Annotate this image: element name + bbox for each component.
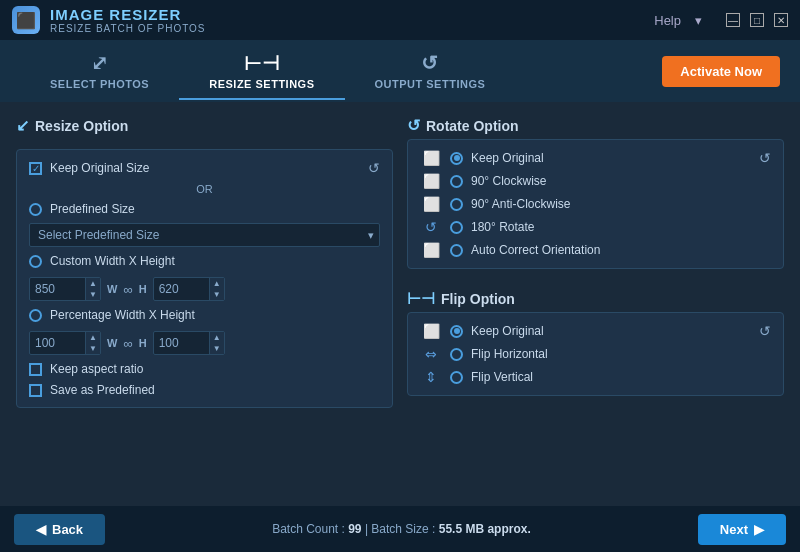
tab-select-label: SELECT PHOTOS (50, 78, 149, 90)
flip-keep-original-row: ⬜ Keep Original (420, 323, 544, 339)
predefined-size-row: Predefined Size (29, 202, 380, 216)
app-subtitle: RESIZE BATCH OF PHOTOS (50, 23, 206, 34)
rotate-acw90-label: 90° Anti-Clockwise (471, 197, 571, 211)
flip-keep-original-header: ⬜ Keep Original ↺ (420, 323, 771, 339)
keep-original-checkbox[interactable]: ✓ (29, 162, 42, 175)
tab-resize-settings[interactable]: ⊢⊣ RESIZE SETTINGS (179, 43, 344, 100)
restore-button[interactable]: □ (750, 13, 764, 27)
tab-resize-label: RESIZE SETTINGS (209, 78, 314, 90)
flip-option-label: Flip Option (441, 291, 515, 307)
reset-flip-button[interactable]: ↺ (759, 323, 771, 339)
custom-height-down[interactable]: ▼ (210, 289, 224, 300)
flip-vert-label: Flip Vertical (471, 370, 533, 384)
rotate-180-row: ↺ 180° Rotate (420, 219, 771, 235)
flip-keep-radio[interactable] (450, 325, 463, 338)
pct-height-down[interactable]: ▼ (210, 343, 224, 354)
pct-w-label: W (107, 337, 117, 349)
rotate-auto-row: ⬜ Auto Correct Orientation (420, 242, 771, 258)
next-label: Next (720, 522, 748, 537)
pct-width-up[interactable]: ▲ (86, 332, 100, 343)
tab-select-photos[interactable]: ⤢ SELECT PHOTOS (20, 43, 179, 100)
save-as-predefined-label: Save as Predefined (50, 383, 155, 397)
rotate-option-icon: ↺ (407, 116, 420, 135)
rotate-cw90-label: 90° Clockwise (471, 174, 547, 188)
rotate-keep-original-row: ⬜ Keep Original (420, 150, 544, 166)
keep-original-size-row: ✓ Keep Original Size (29, 161, 149, 175)
pct-dimensions-row: ▲ ▼ W ∞ H ▲ ▼ (29, 331, 380, 355)
pct-infinity-icon: ∞ (123, 336, 132, 351)
rotate-auto-radio[interactable] (450, 244, 463, 257)
rotate-180-radio[interactable] (450, 221, 463, 234)
rotate-cw90-icon: ⬜ (420, 173, 442, 189)
flip-option-icon: ⊢⊣ (407, 289, 435, 308)
rotate-keep-label: Keep Original (471, 151, 544, 165)
flip-option-title: ⊢⊣ Flip Option (407, 289, 784, 308)
help-label[interactable]: Help (654, 13, 681, 28)
rotate-cw90-row: ⬜ 90° Clockwise (420, 173, 771, 189)
activate-now-button[interactable]: Activate Now (662, 56, 780, 87)
reset-resize-button[interactable]: ↺ (368, 160, 380, 176)
pct-height-input[interactable] (154, 333, 209, 353)
flip-vert-row: ⇕ Flip Vertical (420, 369, 771, 385)
save-as-predefined-row: Save as Predefined (29, 383, 380, 397)
rotate-acw90-radio[interactable] (450, 198, 463, 211)
custom-width-input[interactable] (30, 279, 85, 299)
custom-size-radio[interactable] (29, 255, 42, 268)
flip-option-section: ⊢⊣ Flip Option ⬜ Keep Original ↺ ⇔ Flip … (407, 289, 784, 396)
pct-width-down[interactable]: ▼ (86, 343, 100, 354)
percentage-size-row: Percentage Width X Height (29, 308, 380, 322)
resize-option-label: Resize Option (35, 118, 128, 134)
percentage-size-radio[interactable] (29, 309, 42, 322)
pct-height-up[interactable]: ▲ (210, 332, 224, 343)
resize-option-icon: ↙ (16, 116, 29, 135)
pct-h-label: H (139, 337, 147, 349)
win-controls: — □ ✕ (726, 13, 788, 27)
flip-horiz-label: Flip Horizontal (471, 347, 548, 361)
title-bar: ⬛ IMAGE RESIZER RESIZE BATCH OF PHOTOS H… (0, 0, 800, 40)
rotate-option-box: ⬜ Keep Original ↺ ⬜ 90° Clockwise ⬜ 90° … (407, 139, 784, 269)
reset-rotate-button[interactable]: ↺ (759, 150, 771, 166)
rotate-auto-label: Auto Correct Orientation (471, 243, 600, 257)
flip-vert-icon: ⇕ (420, 369, 442, 385)
custom-dimensions-row: ▲ ▼ W ∞ H ▲ ▼ (29, 277, 380, 301)
nav-tabs: ⤢ SELECT PHOTOS ⊢⊣ RESIZE SETTINGS ↺ OUT… (0, 40, 800, 102)
pct-width-group: ▲ ▼ (29, 331, 101, 355)
minimize-button[interactable]: — (726, 13, 740, 27)
keep-aspect-ratio-checkbox[interactable] (29, 363, 42, 376)
resize-option-panel: ↙ Resize Option ✓ Keep Original Size ↺ O… (16, 116, 393, 492)
batch-count-label: Batch Count : (272, 522, 348, 536)
custom-size-label: Custom Width X Height (50, 254, 175, 268)
rotate-keep-original-header: ⬜ Keep Original ↺ (420, 150, 771, 166)
app-title-block: IMAGE RESIZER RESIZE BATCH OF PHOTOS (50, 6, 206, 34)
rotate-acw90-icon: ⬜ (420, 196, 442, 212)
custom-h-label: H (139, 283, 147, 295)
rotate-option-section: ↺ Rotate Option ⬜ Keep Original ↺ ⬜ 90° … (407, 116, 784, 269)
flip-keep-icon: ⬜ (420, 323, 442, 339)
custom-height-input[interactable] (154, 279, 209, 299)
flip-vert-radio[interactable] (450, 371, 463, 384)
predefined-radio[interactable] (29, 203, 42, 216)
next-chevron-icon: ▶ (754, 522, 764, 537)
rotate-keep-icon: ⬜ (420, 150, 442, 166)
tab-output-settings[interactable]: ↺ OUTPUT SETTINGS (345, 43, 516, 100)
rotate-keep-radio[interactable] (450, 152, 463, 165)
rotate-cw90-radio[interactable] (450, 175, 463, 188)
resize-settings-icon: ⊢⊣ (244, 51, 279, 75)
custom-size-row: Custom Width X Height (29, 254, 380, 268)
custom-height-up[interactable]: ▲ (210, 278, 224, 289)
main-content: ↙ Resize Option ✓ Keep Original Size ↺ O… (0, 102, 800, 506)
next-button[interactable]: Next ▶ (698, 514, 786, 545)
back-button[interactable]: ◀ Back (14, 514, 105, 545)
save-as-predefined-checkbox[interactable] (29, 384, 42, 397)
predefined-size-select[interactable]: Select Predefined Size (29, 223, 380, 247)
flip-horiz-radio[interactable] (450, 348, 463, 361)
custom-width-group: ▲ ▼ (29, 277, 101, 301)
pct-width-input[interactable] (30, 333, 85, 353)
rotate-180-label: 180° Rotate (471, 220, 535, 234)
close-button[interactable]: ✕ (774, 13, 788, 27)
custom-height-group: ▲ ▼ (153, 277, 225, 301)
custom-width-down[interactable]: ▼ (86, 289, 100, 300)
select-photos-icon: ⤢ (91, 51, 109, 75)
keep-aspect-ratio-label: Keep aspect ratio (50, 362, 143, 376)
custom-width-up[interactable]: ▲ (86, 278, 100, 289)
